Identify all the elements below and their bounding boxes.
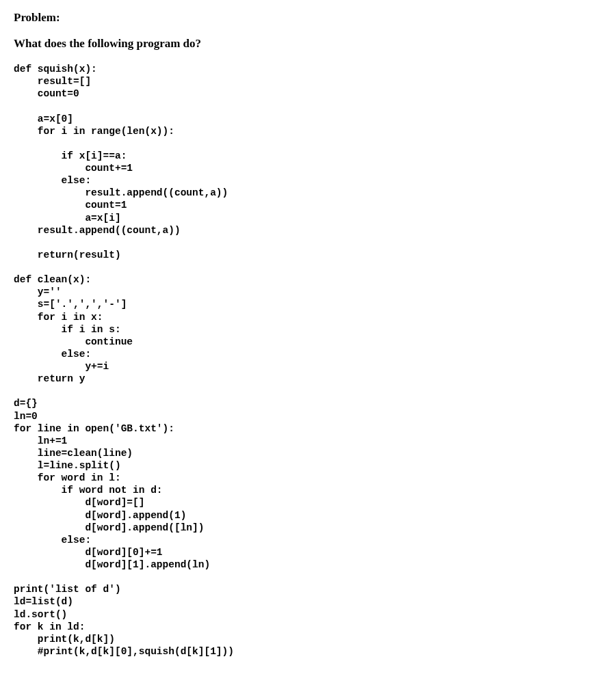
heading-question: What does the following program do? — [14, 37, 575, 51]
heading-problem: Problem: — [14, 11, 575, 25]
code-block: def squish(x): result=[] count=0 a=x[0] … — [14, 63, 575, 658]
